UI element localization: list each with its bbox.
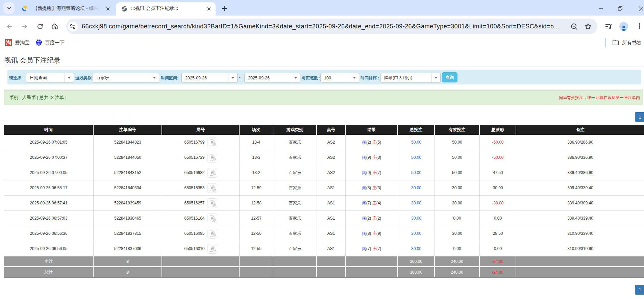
svg-text:du: du	[38, 42, 40, 45]
